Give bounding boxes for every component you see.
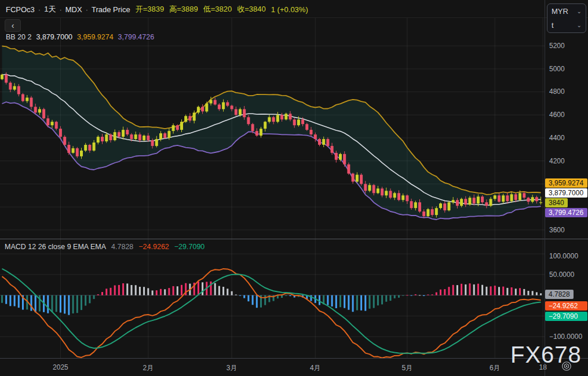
unit-value: t — [552, 21, 554, 30]
chart-canvas[interactable] — [0, 0, 545, 358]
toolbar-border — [0, 17, 588, 18]
bb-legend-title: BB 20 2 — [6, 33, 31, 41]
time-axis[interactable]: 20252月3月4月5月6月18 — [0, 358, 588, 376]
time-axis-label: 4月 — [310, 363, 321, 373]
axis-tick-label: 4400 — [549, 134, 565, 142]
axis-tick-label: 100.0000 — [549, 252, 578, 260]
separator-dot: · — [59, 5, 61, 14]
axis-tick-label: 4600 — [549, 111, 565, 119]
chevron-down-icon: ⌄ — [577, 22, 582, 28]
axis-tick-label: 50.0000 — [549, 271, 574, 279]
price-axis[interactable]: 52005000480046004400420036003,959.92743,… — [545, 0, 588, 239]
trading-chart-app: FCPOc3 · 1天 · MDX · Trade Price 开=3839 高… — [0, 0, 588, 376]
chevron-left-icon: ‹ — [12, 21, 14, 30]
separator-dot: · — [38, 5, 41, 14]
unit-dropdown[interactable]: t ⌄ — [547, 18, 586, 32]
currency-dropdown[interactable]: MYR ⌄ — [547, 4, 586, 18]
time-axis-label: 2025 — [53, 363, 68, 371]
macd-legend-title: MACD 12 26 close 9 EMA EMA — [5, 243, 106, 251]
macd-line — [2, 269, 541, 358]
currency-unit-selector: MYR ⌄ t ⌄ — [547, 3, 586, 33]
axis-tick-label: −100.0000 — [549, 333, 582, 341]
bb-upper-price-label: 3,959.9274 — [545, 178, 587, 188]
macd-indicator-legend[interactable]: MACD 12 26 close 9 EMA EMA 4.7828 −24.92… — [5, 243, 204, 251]
axis-tick-label: 4800 — [549, 87, 565, 96]
separator-dot: · — [86, 5, 88, 14]
macd-signal-legend-value: −29.7090 — [174, 243, 204, 251]
bb-fill-area — [2, 46, 541, 220]
back-button[interactable]: ‹ — [5, 19, 21, 32]
chevron-down-icon: ⌄ — [577, 8, 582, 14]
ohlc-close: 收=3840 — [237, 4, 266, 14]
bb-upper-value: 3,959.9274 — [77, 33, 114, 41]
symbol-info-bar: FCPOc3 · 1天 · MDX · Trade Price 开=3839 高… — [6, 4, 308, 14]
bb-lower-value: 3,799.4726 — [118, 33, 155, 41]
axis-tick-label: 4200 — [549, 157, 565, 165]
macd-histogram-value-label: 4.7828 — [545, 290, 574, 299]
ohlc-low: 低=3820 — [203, 4, 232, 14]
axis-tick-label: 3600 — [549, 226, 565, 234]
time-axis-label: 5月 — [402, 363, 413, 373]
symbol-name[interactable]: FCPOc3 — [6, 5, 35, 14]
time-axis-label: 18 — [539, 363, 547, 371]
price-axis-border — [545, 0, 545, 376]
currency-value: MYR — [552, 7, 568, 16]
macd-histogram — [1, 282, 542, 315]
exchange-label: MDX — [65, 5, 82, 14]
ohlc-high: 高=3889 — [169, 4, 198, 14]
series-type-label: Trade Price — [92, 5, 130, 14]
ohlc-open: 开=3839 — [136, 4, 165, 14]
macd-line-value-label: −24.9262 — [545, 301, 587, 311]
interval-label[interactable]: 1天 — [44, 4, 56, 14]
bb-basis-value: 3,879.7000 — [36, 33, 72, 41]
bb-basis-price-label: 3,879.7000 — [545, 188, 587, 198]
pane-divider[interactable] — [0, 239, 588, 239]
change-value: 1 (+0.03%) — [271, 5, 308, 14]
macd-line-legend-value: −24.9262 — [138, 243, 169, 251]
macd-signal-line — [2, 269, 541, 353]
axis-tick-label: 5000 — [549, 65, 565, 73]
macd-signal-value-label: −29.7090 — [545, 312, 587, 321]
scale-settings-icon[interactable] — [561, 361, 572, 371]
macd-axis[interactable]: 100.000050.0000−100.00004.7828−24.9262−2… — [545, 239, 588, 358]
bb-lower-price-label: 3,799.4726 — [545, 208, 587, 217]
time-axis-label: 3月 — [227, 363, 238, 373]
time-axis-label: 2月 — [143, 363, 154, 373]
bb-indicator-legend[interactable]: BB 20 2 3,879.7000 3,959.9274 3,799.4726 — [6, 33, 154, 41]
last-price-label: 3840 — [545, 198, 568, 207]
time-axis-label: 6月 — [490, 363, 501, 373]
macd-histogram-legend-value: 4.7828 — [111, 243, 133, 251]
axis-tick-label: 5200 — [549, 42, 565, 50]
